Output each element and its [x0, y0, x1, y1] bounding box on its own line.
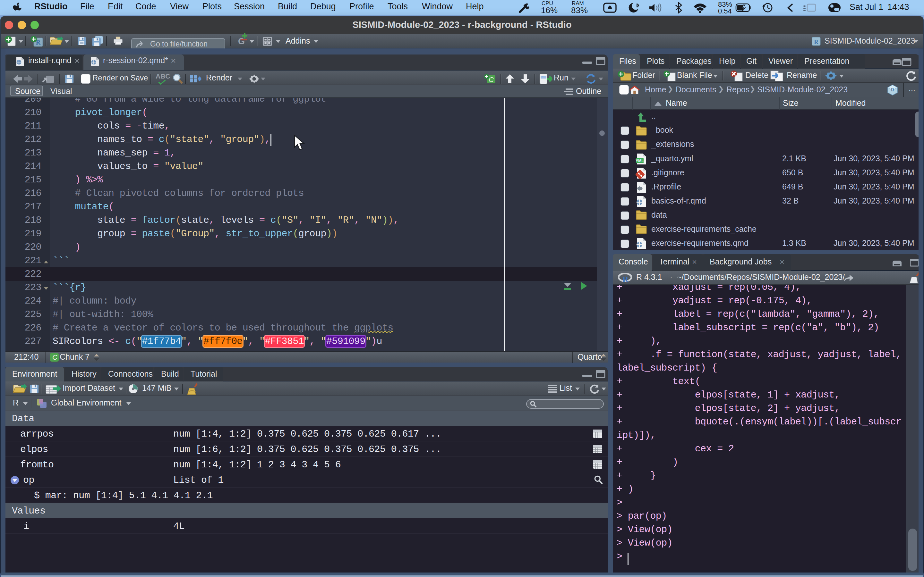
svg-text:R: R: [814, 39, 819, 45]
svg-text:R: R: [622, 275, 628, 283]
svg-text:C: C: [489, 76, 494, 84]
svg-text:R: R: [891, 87, 895, 92]
svg-text:YML: YML: [636, 159, 644, 163]
